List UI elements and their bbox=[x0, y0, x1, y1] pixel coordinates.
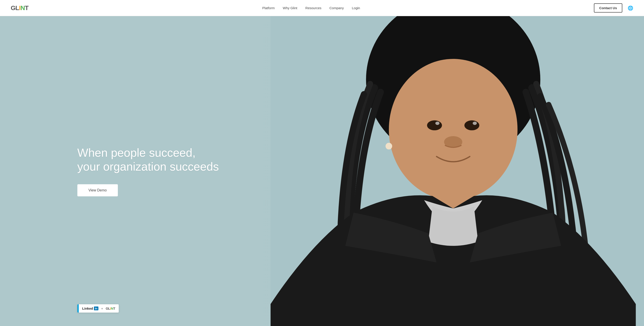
hero-person-image bbox=[270, 16, 644, 326]
nav-links: Platform Why Glint Resources Company Log… bbox=[262, 6, 360, 10]
logo-letter-n: N bbox=[20, 5, 25, 12]
nav-item-company[interactable]: Company bbox=[330, 6, 344, 10]
linkedin-word: Linked bbox=[82, 306, 93, 310]
globe-icon[interactable]: 🌐 bbox=[628, 5, 633, 11]
nav-link-platform[interactable]: Platform bbox=[262, 6, 275, 10]
nav-link-why-glint[interactable]: Why Glint bbox=[283, 6, 298, 10]
hero-section: When people succeed, your organization s… bbox=[0, 16, 644, 326]
nav-item-login[interactable]: Login bbox=[352, 6, 360, 10]
nav-link-login[interactable]: Login bbox=[352, 6, 360, 10]
badge-logo-t: T bbox=[113, 306, 116, 310]
badge-logo-n: N bbox=[111, 306, 113, 310]
linkedin-glint-badge: Linkedin + GLINT bbox=[77, 304, 119, 312]
svg-point-9 bbox=[386, 143, 392, 149]
hero-headline-line1: When people succeed, bbox=[77, 146, 196, 159]
badge-logo-l: L bbox=[108, 306, 110, 310]
svg-point-7 bbox=[472, 122, 477, 125]
nav-link-company[interactable]: Company bbox=[330, 6, 344, 10]
glint-badge-logo: GLINT bbox=[106, 306, 116, 310]
contact-us-button[interactable]: Contact Us bbox=[594, 3, 622, 13]
nav-link-resources[interactable]: Resources bbox=[306, 6, 322, 10]
linkedin-in: in bbox=[94, 306, 98, 310]
svg-point-6 bbox=[435, 122, 440, 125]
hero-headline: When people succeed, your organization s… bbox=[77, 146, 219, 174]
linkedin-text: Linkedin bbox=[82, 306, 98, 310]
navbar: GLINT Platform Why Glint Resources Compa… bbox=[0, 0, 644, 16]
hero-headline-line2: your organization succeeds bbox=[77, 160, 219, 173]
badge-plus: + bbox=[101, 307, 103, 310]
logo-letter-l: L bbox=[16, 5, 19, 12]
hero-content: When people succeed, your organization s… bbox=[0, 146, 219, 197]
view-demo-button[interactable]: View Demo bbox=[77, 184, 118, 196]
badge-logo-g: G bbox=[106, 306, 108, 310]
logo-letter-i: I bbox=[19, 5, 20, 12]
hero-person-svg bbox=[270, 16, 644, 326]
svg-point-5 bbox=[464, 120, 479, 130]
svg-point-4 bbox=[427, 120, 442, 130]
nav-item-platform[interactable]: Platform bbox=[262, 6, 275, 10]
nav-right: Contact Us 🌐 bbox=[594, 3, 633, 13]
logo[interactable]: GLINT bbox=[11, 5, 28, 12]
nav-item-resources[interactable]: Resources bbox=[306, 6, 322, 10]
svg-point-3 bbox=[389, 59, 518, 200]
logo-letter-t: T bbox=[25, 5, 28, 12]
logo-letter-g: G bbox=[11, 5, 16, 12]
nav-item-why-glint[interactable]: Why Glint bbox=[283, 6, 298, 10]
